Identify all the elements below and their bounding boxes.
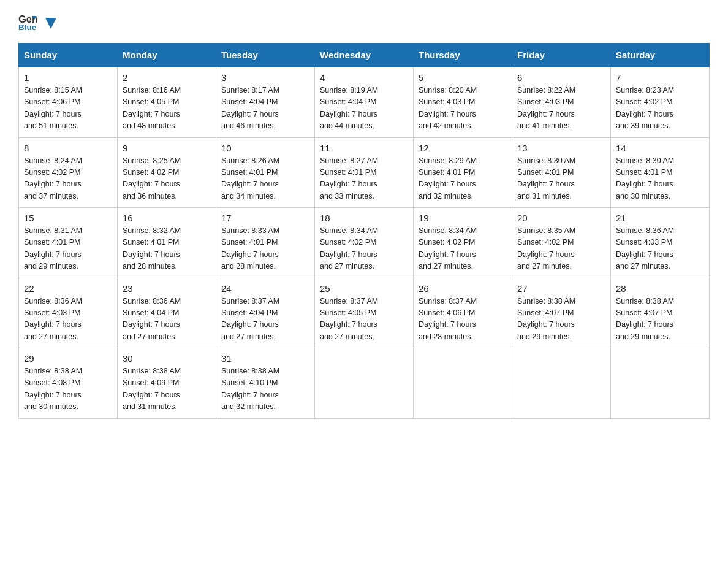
calendar-cell: 31 Sunrise: 8:38 AMSunset: 4:10 PMDaylig…	[216, 348, 315, 419]
header-saturday: Saturday	[611, 44, 710, 67]
day-info: Sunrise: 8:27 AMSunset: 4:01 PMDaylight:…	[320, 156, 378, 201]
calendar-header-row: SundayMondayTuesdayWednesdayThursdayFrid…	[19, 44, 710, 67]
logo: General Blue	[18, 12, 59, 31]
day-info: Sunrise: 8:37 AMSunset: 4:05 PMDaylight:…	[320, 297, 378, 341]
calendar-cell: 21 Sunrise: 8:36 AMSunset: 4:03 PMDaylig…	[611, 208, 710, 278]
day-info: Sunrise: 8:38 AMSunset: 4:08 PMDaylight:…	[24, 367, 82, 411]
day-number: 25	[320, 283, 408, 294]
page-header: General Blue	[18, 12, 710, 31]
calendar-cell: 3 Sunrise: 8:17 AMSunset: 4:04 PMDayligh…	[216, 67, 315, 137]
day-info: Sunrise: 8:29 AMSunset: 4:01 PMDaylight:…	[419, 156, 477, 201]
calendar-cell: 2 Sunrise: 8:16 AMSunset: 4:05 PMDayligh…	[118, 67, 216, 137]
calendar-cell: 7 Sunrise: 8:23 AMSunset: 4:02 PMDayligh…	[611, 67, 710, 137]
calendar-cell: 10 Sunrise: 8:26 AMSunset: 4:01 PMDaylig…	[216, 137, 315, 208]
calendar-cell: 15 Sunrise: 8:31 AMSunset: 4:01 PMDaylig…	[19, 208, 118, 278]
day-info: Sunrise: 8:34 AMSunset: 4:02 PMDaylight:…	[419, 226, 477, 270]
day-number: 10	[221, 143, 309, 153]
svg-marker-3	[45, 18, 56, 29]
calendar-cell: 18 Sunrise: 8:34 AMSunset: 4:02 PMDaylig…	[315, 208, 414, 278]
calendar-cell: 27 Sunrise: 8:38 AMSunset: 4:07 PMDaylig…	[512, 278, 611, 348]
day-number: 22	[24, 283, 112, 294]
day-number: 1	[24, 72, 112, 83]
day-info: Sunrise: 8:20 AMSunset: 4:03 PMDaylight:…	[419, 86, 477, 130]
calendar-cell: 25 Sunrise: 8:37 AMSunset: 4:05 PMDaylig…	[315, 278, 414, 348]
calendar-cell: 20 Sunrise: 8:35 AMSunset: 4:02 PMDaylig…	[512, 208, 611, 278]
day-number: 21	[616, 213, 704, 223]
day-info: Sunrise: 8:36 AMSunset: 4:03 PMDaylight:…	[24, 297, 82, 341]
day-info: Sunrise: 8:17 AMSunset: 4:04 PMDaylight:…	[221, 86, 279, 130]
day-info: Sunrise: 8:24 AMSunset: 4:02 PMDaylight:…	[24, 156, 82, 201]
logo-triangle-icon	[43, 15, 59, 31]
calendar-cell: 30 Sunrise: 8:38 AMSunset: 4:09 PMDaylig…	[118, 348, 216, 419]
day-info: Sunrise: 8:22 AMSunset: 4:03 PMDaylight:…	[517, 86, 575, 130]
day-number: 23	[123, 283, 211, 294]
day-info: Sunrise: 8:36 AMSunset: 4:04 PMDaylight:…	[123, 297, 181, 341]
day-info: Sunrise: 8:37 AMSunset: 4:04 PMDaylight:…	[221, 297, 279, 341]
header-friday: Friday	[512, 44, 611, 67]
calendar-cell: 6 Sunrise: 8:22 AMSunset: 4:03 PMDayligh…	[512, 67, 611, 137]
header-wednesday: Wednesday	[315, 44, 414, 67]
day-number: 15	[24, 213, 112, 223]
day-number: 17	[221, 213, 309, 223]
day-info: Sunrise: 8:30 AMSunset: 4:01 PMDaylight:…	[517, 156, 575, 201]
calendar-table: SundayMondayTuesdayWednesdayThursdayFrid…	[18, 43, 710, 419]
calendar-cell: 17 Sunrise: 8:33 AMSunset: 4:01 PMDaylig…	[216, 208, 315, 278]
day-number: 7	[616, 72, 704, 83]
day-number: 12	[419, 143, 507, 153]
day-number: 16	[123, 213, 211, 223]
calendar-cell	[512, 348, 611, 419]
day-info: Sunrise: 8:33 AMSunset: 4:01 PMDaylight:…	[221, 226, 279, 270]
day-info: Sunrise: 8:23 AMSunset: 4:02 PMDaylight:…	[616, 86, 674, 130]
day-number: 3	[221, 72, 309, 83]
calendar-cell: 22 Sunrise: 8:36 AMSunset: 4:03 PMDaylig…	[19, 278, 118, 348]
day-number: 24	[221, 283, 309, 294]
day-info: Sunrise: 8:38 AMSunset: 4:07 PMDaylight:…	[616, 297, 674, 341]
calendar-week-row: 15 Sunrise: 8:31 AMSunset: 4:01 PMDaylig…	[19, 208, 710, 278]
day-number: 28	[616, 283, 704, 294]
day-info: Sunrise: 8:16 AMSunset: 4:05 PMDaylight:…	[123, 86, 181, 130]
calendar-cell: 8 Sunrise: 8:24 AMSunset: 4:02 PMDayligh…	[19, 137, 118, 208]
calendar-cell: 13 Sunrise: 8:30 AMSunset: 4:01 PMDaylig…	[512, 137, 611, 208]
calendar-cell: 23 Sunrise: 8:36 AMSunset: 4:04 PMDaylig…	[118, 278, 216, 348]
day-number: 18	[320, 213, 408, 223]
calendar-cell: 4 Sunrise: 8:19 AMSunset: 4:04 PMDayligh…	[315, 67, 414, 137]
calendar-cell	[611, 348, 710, 419]
day-info: Sunrise: 8:15 AMSunset: 4:06 PMDaylight:…	[24, 86, 82, 130]
calendar-cell: 24 Sunrise: 8:37 AMSunset: 4:04 PMDaylig…	[216, 278, 315, 348]
day-number: 31	[221, 353, 309, 364]
day-number: 29	[24, 353, 112, 364]
header-thursday: Thursday	[414, 44, 512, 67]
svg-text:Blue: Blue	[18, 23, 37, 31]
day-info: Sunrise: 8:31 AMSunset: 4:01 PMDaylight:…	[24, 226, 82, 270]
day-info: Sunrise: 8:26 AMSunset: 4:01 PMDaylight:…	[221, 156, 279, 201]
calendar-cell: 11 Sunrise: 8:27 AMSunset: 4:01 PMDaylig…	[315, 137, 414, 208]
calendar-cell: 28 Sunrise: 8:38 AMSunset: 4:07 PMDaylig…	[611, 278, 710, 348]
day-info: Sunrise: 8:35 AMSunset: 4:02 PMDaylight:…	[517, 226, 575, 270]
day-info: Sunrise: 8:38 AMSunset: 4:10 PMDaylight:…	[221, 367, 279, 411]
day-info: Sunrise: 8:25 AMSunset: 4:02 PMDaylight:…	[123, 156, 181, 201]
logo-icon: General Blue	[18, 12, 37, 31]
calendar-week-row: 1 Sunrise: 8:15 AMSunset: 4:06 PMDayligh…	[19, 67, 710, 137]
calendar-week-row: 22 Sunrise: 8:36 AMSunset: 4:03 PMDaylig…	[19, 278, 710, 348]
day-info: Sunrise: 8:37 AMSunset: 4:06 PMDaylight:…	[419, 297, 477, 341]
calendar-cell: 12 Sunrise: 8:29 AMSunset: 4:01 PMDaylig…	[414, 137, 512, 208]
day-number: 30	[123, 353, 211, 364]
header-monday: Monday	[118, 44, 216, 67]
calendar-cell	[315, 348, 414, 419]
day-number: 27	[517, 283, 605, 294]
calendar-week-row: 8 Sunrise: 8:24 AMSunset: 4:02 PMDayligh…	[19, 137, 710, 208]
day-info: Sunrise: 8:38 AMSunset: 4:07 PMDaylight:…	[517, 297, 575, 341]
calendar-cell	[414, 348, 512, 419]
day-number: 8	[24, 143, 112, 153]
calendar-cell: 5 Sunrise: 8:20 AMSunset: 4:03 PMDayligh…	[414, 67, 512, 137]
day-number: 13	[517, 143, 605, 153]
day-number: 9	[123, 143, 211, 153]
day-number: 19	[419, 213, 507, 223]
day-number: 26	[419, 283, 507, 294]
day-number: 2	[123, 72, 211, 83]
day-info: Sunrise: 8:36 AMSunset: 4:03 PMDaylight:…	[616, 226, 674, 270]
calendar-cell: 9 Sunrise: 8:25 AMSunset: 4:02 PMDayligh…	[118, 137, 216, 208]
header-sunday: Sunday	[19, 44, 118, 67]
day-info: Sunrise: 8:38 AMSunset: 4:09 PMDaylight:…	[123, 367, 181, 411]
day-info: Sunrise: 8:19 AMSunset: 4:04 PMDaylight:…	[320, 86, 378, 130]
